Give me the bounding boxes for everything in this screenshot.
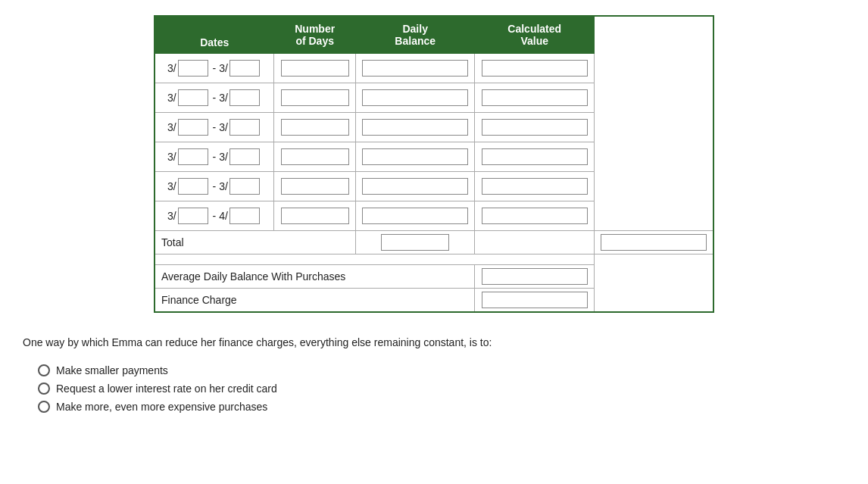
start-day-input-4[interactable] [178,148,208,165]
start-day-input-5[interactable] [178,178,208,195]
days-input-4[interactable] [281,148,349,165]
list-item: Request a lower interest rate on her cre… [38,383,845,395]
total-row: Total [155,231,713,254]
total-balance-cell [475,231,595,254]
days-input-2[interactable] [281,89,349,106]
option-label-2: Request a lower interest rate on her cre… [56,383,277,395]
end-day-input-4[interactable] [229,148,260,165]
avg-row: Average Daily Balance With Purchases [155,265,713,289]
days-header-line2: of Days [295,35,334,47]
balance-cell-1 [355,54,475,83]
dates-cell-1: 3/ - 3/ [155,54,274,83]
calc-input-4[interactable] [482,148,588,165]
answer-options: Make smaller payments Request a lower in… [23,364,845,413]
question-paragraph: One way by which Emma can reduce her fin… [23,334,704,351]
end-day-input-1[interactable] [229,60,260,77]
dates-header-label: Dates [200,36,229,48]
calc-header-line2: Value [520,35,548,47]
avg-label-cell: Average Daily Balance With Purchases [155,265,475,289]
days-cell-3 [274,113,356,142]
days-cell-6 [274,201,356,231]
total-label-cell: Total [155,231,355,254]
finance-table: Dates Number of Days Daily Balance Calcu… [154,15,714,313]
avg-value-input[interactable] [482,268,588,285]
start-day-input-2[interactable] [178,89,208,106]
balance-cell-4 [355,142,475,172]
calc-input-5[interactable] [482,178,588,195]
separator-row [155,254,713,265]
days-input-5[interactable] [281,178,349,195]
dates-cell-3: 3/ - 3/ [155,113,274,142]
balance-input-1[interactable] [362,60,468,77]
days-cell-1 [274,54,356,83]
radio-option-1[interactable] [38,364,50,376]
balance-cell-2 [355,83,475,113]
balance-cell-3 [355,113,475,142]
dates-cell-6: 3/ - 4/ [155,201,274,231]
dates-cell-5: 3/ - 3/ [155,172,274,201]
days-input-1[interactable] [281,60,349,77]
calc-cell-3 [475,113,595,142]
calc-header-line1: Calculated [507,23,561,35]
calc-header: Calculated Value [475,16,595,54]
calc-input-3[interactable] [482,119,588,136]
radio-option-2[interactable] [38,383,50,395]
avg-value-cell [475,265,595,289]
calc-input-2[interactable] [482,89,588,106]
calc-cell-5 [475,172,595,201]
finance-value-input[interactable] [482,292,588,308]
days-header-line1: Number [295,23,335,35]
balance-header-line2: Balance [395,35,436,47]
calc-input-6[interactable] [482,208,588,224]
total-days-cell [355,231,475,254]
finance-label-cell: Finance Charge [155,289,475,313]
option-label-3: Make more, even more expensive purchases [56,401,267,413]
avg-label: Average Daily Balance With Purchases [161,270,345,283]
end-day-input-3[interactable] [229,119,260,136]
calc-input-1[interactable] [482,60,588,77]
end-day-input-2[interactable] [229,89,260,106]
table-row: 3/ - 3/ [155,172,713,201]
list-item: Make more, even more expensive purchases [38,401,845,413]
total-days-input[interactable] [381,234,449,251]
table-row: 3/ - 3/ [155,113,713,142]
days-cell-5 [274,172,356,201]
start-day-input-6[interactable] [178,208,208,224]
table-row: 3/ - 3/ [155,83,713,113]
table-row: 3/ - 4/ [155,201,713,231]
calc-cell-4 [475,142,595,172]
dates-header: Dates [155,16,274,54]
dates-cell-4: 3/ - 3/ [155,142,274,172]
start-day-input-1[interactable] [178,60,208,77]
total-calc-cell [595,231,714,254]
calc-cell-6 [475,201,595,231]
balance-input-2[interactable] [362,89,468,106]
list-item: Make smaller payments [38,364,845,376]
balance-input-5[interactable] [362,178,468,195]
balance-cell-6 [355,201,475,231]
end-day-input-6[interactable] [229,208,260,224]
days-cell-4 [274,142,356,172]
table-row: 3/ - 3/ [155,54,713,83]
option-label-1: Make smaller payments [56,364,168,376]
days-input-3[interactable] [281,119,349,136]
days-cell-2 [274,83,356,113]
balance-header: Daily Balance [355,16,475,54]
balance-input-4[interactable] [362,148,468,165]
total-calc-input[interactable] [601,234,707,251]
finance-row: Finance Charge [155,289,713,313]
dates-cell-2: 3/ - 3/ [155,83,274,113]
separator-cell [155,254,595,265]
balance-cell-5 [355,172,475,201]
finance-label: Finance Charge [161,294,237,306]
days-header: Number of Days [274,16,356,54]
calc-cell-2 [475,83,595,113]
radio-option-3[interactable] [38,401,50,413]
end-day-input-5[interactable] [229,178,260,195]
days-input-6[interactable] [281,208,349,224]
balance-input-3[interactable] [362,119,468,136]
start-day-input-3[interactable] [178,119,208,136]
balance-input-6[interactable] [362,208,468,224]
table-row: 3/ - 3/ [155,142,713,172]
finance-table-wrapper: Dates Number of Days Daily Balance Calcu… [23,15,845,313]
